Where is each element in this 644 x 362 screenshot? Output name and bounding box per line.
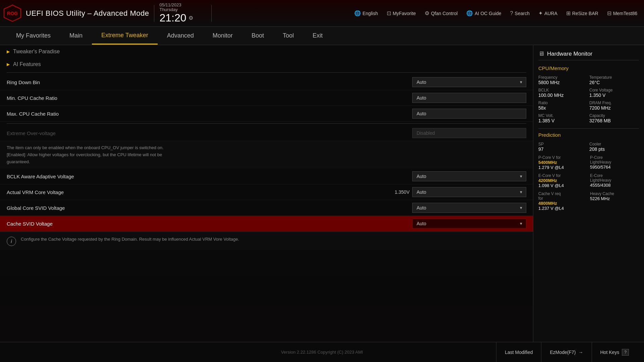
info-icon: i: [7, 237, 16, 246]
hw-cooler-cell: Cooler 208 pts: [589, 142, 639, 152]
temperature-value: 26°C: [589, 80, 639, 85]
frequency-value: 5800 MHz: [538, 80, 588, 85]
nav-favorites[interactable]: My Favorites: [7, 27, 60, 45]
core-voltage-value: 1.350 V: [589, 93, 639, 98]
top-nav-icons: 🌐 English ⊡ MyFavorite ⚙ Qfan Control 🌐 …: [217, 9, 641, 18]
time-display: Thursday: [159, 7, 177, 12]
cache-svid-dropdown[interactable]: Auto: [412, 219, 526, 229]
pcore-v-value: 1.279 V @L4: [538, 165, 587, 170]
hw-core-voltage-cell: Core Voltage 1.350 V: [589, 88, 639, 98]
section-ai-features[interactable]: ▶ AI Features: [0, 58, 533, 71]
mc-volt-label: MC Volt.: [538, 113, 588, 118]
nav-boot[interactable]: Boot: [242, 27, 273, 45]
top-bar: ROG UEFI BIOS Utility – Advanced Mode 05…: [0, 0, 644, 27]
top-bar-divider2: [211, 5, 212, 22]
nav-qfan[interactable]: ⚙ Qfan Control: [421, 9, 461, 18]
cpu-memory-grid: Frequency 5800 MHz Temperature 26°C BCLK…: [538, 75, 639, 123]
resize-icon: ⊞: [566, 10, 571, 16]
content-wrapper: ▶ Tweaker's Paradise ▶ AI Features Ring …: [0, 45, 644, 342]
pcore-lh-label: P-CoreLight/Heavy: [590, 155, 639, 165]
hw-dram-cell: DRAM Freq. 7200 MHz: [589, 101, 639, 111]
bclk-value: 100.00 MHz: [538, 93, 588, 98]
pcore-v-freq: 5400MHz: [538, 160, 587, 165]
row-extreme-overvoltage: Extreme Over-voltage: [0, 125, 533, 141]
hot-keys-button[interactable]: Hot Keys ?: [592, 342, 638, 362]
actual-vrm-dropdown-wrapper: Auto: [412, 187, 526, 197]
global-core-svid-dropdown[interactable]: Auto: [412, 203, 526, 213]
date-display: 05/11/2023: [159, 2, 181, 7]
hw-frequency-cell: Frequency 5800 MHz: [538, 75, 588, 85]
cache-v-label: Cache V reqfor: [538, 191, 587, 201]
dram-freq-value: 7200 MHz: [589, 105, 639, 111]
global-core-svid-label: Global Core SVID Voltage: [7, 205, 412, 211]
row-cache-svid: Cache SVID Voltage Auto: [0, 216, 533, 232]
globe-icon: 🌐: [354, 10, 361, 16]
nav-myfavorite[interactable]: ⊡ MyFavorite: [383, 9, 419, 18]
version-text: Version 2.22.1286 Copyright (C) 2023 AMI: [281, 350, 363, 355]
nav-english[interactable]: 🌐 English: [351, 9, 381, 18]
settings-icon[interactable]: ⚙: [189, 15, 193, 21]
min-cpu-cache-label: Min. CPU Cache Ratio: [7, 95, 412, 101]
star-icon: ⊡: [387, 10, 391, 16]
actual-vrm-label: Actual VRM Core Voltage: [7, 189, 395, 195]
hw-ratio-cell: Ratio 58x: [538, 101, 588, 111]
bclk-aware-dropdown[interactable]: Auto Enabled Disabled: [412, 171, 526, 181]
datetime-area: 05/11/2023 Thursday 21:20 ⚙: [159, 2, 206, 24]
row-max-cpu-cache: Max. CPU Cache Ratio: [0, 106, 533, 122]
ecore-lh-value: 4555/4308: [590, 183, 639, 188]
min-cpu-cache-input[interactable]: [412, 93, 526, 103]
nav-exit[interactable]: Exit: [303, 27, 332, 45]
nav-memtest[interactable]: ⊟ MemTest86: [604, 9, 641, 18]
question-icon: ?: [510, 10, 513, 16]
mem-icon: ⊟: [607, 10, 611, 16]
top-bar-divider: [154, 5, 154, 22]
ecore-row: E-Core V for 4200MHz 1.098 V @L4 E-CoreL…: [538, 173, 639, 188]
cache-v-cell: Cache V reqfor 4800MHz 1.237 V @L4: [538, 191, 587, 211]
ez-mode-button[interactable]: EzMode(F7) →: [541, 342, 591, 362]
separator1: [7, 72, 526, 73]
row-global-core-svid: Global Core SVID Voltage Auto: [0, 200, 533, 216]
section-tweakers-paradise[interactable]: ▶ Tweaker's Paradise: [0, 45, 533, 58]
prediction-title: Prediction: [538, 132, 639, 138]
hw-mcvolt-cell: MC Volt. 1.385 V: [538, 113, 588, 123]
core-voltage-label: Core Voltage: [589, 88, 639, 93]
nav-advanced[interactable]: Advanced: [158, 27, 203, 45]
hw-monitor-panel: 🖥 Hardware Monitor CPU/Memory Frequency …: [533, 45, 644, 342]
bottom-bar: Version 2.22.1286 Copyright (C) 2023 AMI…: [0, 342, 644, 362]
nav-resizebar[interactable]: ⊞ ReSize BAR: [563, 9, 602, 18]
nav-extreme-tweaker[interactable]: Extreme Tweaker: [92, 27, 158, 45]
ratio-label: Ratio: [538, 101, 588, 105]
hw-sp-cell: SP 97: [538, 142, 588, 152]
sp-value: 97: [538, 146, 588, 152]
nav-monitor[interactable]: Monitor: [203, 27, 242, 45]
nav-main[interactable]: Main: [60, 27, 92, 45]
heavy-cache-cell: Heavy Cache 5226 MHz: [590, 191, 639, 211]
cache-v-freq: 4800MHz: [538, 201, 587, 206]
last-modified-button[interactable]: Last Modified: [496, 342, 541, 362]
ring-down-bin-label: Ring Down Bin: [7, 79, 412, 85]
ecore-v-value: 1.098 V @L4: [538, 183, 587, 188]
cache-svid-label: Cache SVID Voltage: [7, 221, 412, 227]
global-core-svid-dropdown-wrapper: Auto: [412, 203, 526, 213]
row-min-cpu-cache: Min. CPU Cache Ratio: [0, 90, 533, 106]
hw-bclk-cell: BCLK 100.00 MHz: [538, 88, 588, 98]
logo-area: ROG UEFI BIOS Utility – Advanced Mode: [3, 4, 149, 22]
nav-tool[interactable]: Tool: [273, 27, 303, 45]
bclk-aware-dropdown-wrapper: Auto Enabled Disabled: [412, 171, 526, 181]
cooler-label: Cooler: [589, 142, 639, 146]
actual-vrm-dropdown[interactable]: Auto: [412, 187, 526, 197]
ring-down-bin-dropdown[interactable]: Auto Enabled Disabled: [412, 77, 526, 87]
nav-aura[interactable]: ✦ AURA: [535, 9, 561, 18]
temperature-label: Temperature: [589, 75, 639, 80]
ecore-lh-cell: E-CoreLight/Heavy 4555/4308: [590, 173, 639, 188]
cache-svid-info-bar: i Configure the Cache Voltage requested …: [0, 232, 533, 250]
nav-search[interactable]: ? Search: [507, 9, 533, 18]
ai-icon: 🌐: [466, 10, 473, 16]
fan-icon: ⚙: [425, 10, 429, 16]
heavy-cache-value: 5226 MHz: [590, 196, 639, 201]
hw-temp-cell: Temperature 26°C: [589, 75, 639, 85]
nav-aioc[interactable]: 🌐 AI OC Guide: [463, 9, 504, 18]
chevron-right-icon2: ▶: [7, 62, 10, 67]
cache-row: Cache V reqfor 4800MHz 1.237 V @L4 Heavy…: [538, 191, 639, 211]
max-cpu-cache-input[interactable]: [412, 109, 526, 119]
